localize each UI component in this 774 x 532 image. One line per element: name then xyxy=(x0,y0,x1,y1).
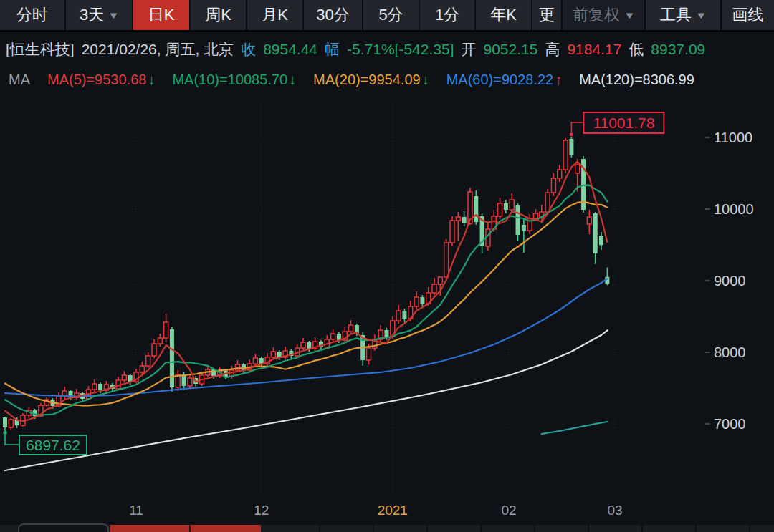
candle xyxy=(188,374,192,388)
candle xyxy=(21,413,25,427)
min-price-label: 6897.62 xyxy=(26,437,80,453)
candle xyxy=(301,338,305,350)
ma-legend-item-0: MA xyxy=(9,72,30,88)
x-axis-label-2021: 2021 xyxy=(378,498,408,523)
tools-menu[interactable]: 工具▼ xyxy=(646,0,720,30)
max-connector xyxy=(571,122,583,132)
y-axis-label: 8000 xyxy=(714,344,746,360)
candle xyxy=(498,198,502,219)
y-axis-label: 11000 xyxy=(714,130,752,145)
bottom-strip-divider xyxy=(695,525,697,532)
candle xyxy=(92,379,97,392)
tab-yearly-k[interactable]: 年K xyxy=(476,0,531,30)
adjust-mode-select-label: 前复权 xyxy=(573,4,620,26)
candle xyxy=(176,370,180,391)
tab-intraday[interactable]: 分时 xyxy=(0,0,64,30)
tab-intraday-label: 分时 xyxy=(16,4,48,26)
candle xyxy=(3,417,7,431)
candle xyxy=(283,347,287,359)
bottom-strip-divider xyxy=(749,525,750,532)
tab-3day[interactable]: 3天▼ xyxy=(66,0,132,30)
period-toolbar: 分时3天▼日K周K月K30分5分1分年K更前复权▼工具▼画线 xyxy=(0,0,774,32)
bottom-red-segment-1[interactable] xyxy=(191,525,261,532)
candle xyxy=(158,334,162,347)
ma-legend-item-2: MA(10)=10085.70↓ xyxy=(172,72,296,88)
kline-chart-svg[interactable]: 110001000090008000700011001.786897.62 xyxy=(0,93,774,498)
candle xyxy=(9,418,13,430)
bottom-strip-divider xyxy=(373,525,374,532)
bottom-strip-divider xyxy=(588,525,589,532)
bottom-tab[interactable] xyxy=(18,523,109,532)
tab-daily-k[interactable]: 日K xyxy=(133,0,189,30)
tab-yearly-k-label: 年K xyxy=(490,4,517,26)
candle xyxy=(146,352,150,368)
candle xyxy=(343,327,347,342)
quote-field-4: 幅 xyxy=(325,39,340,59)
quote-field-5: -5.71%[-542.35] xyxy=(347,41,454,58)
quote-field-9: 9184.17 xyxy=(567,41,621,58)
candle xyxy=(122,371,126,382)
candle xyxy=(265,353,269,366)
ma-legend-item-5: MA(120)=8306.99 xyxy=(579,72,694,88)
tab-3day-label: 3天 xyxy=(80,4,104,26)
tab-5min[interactable]: 5分 xyxy=(363,0,419,30)
candle xyxy=(563,138,568,173)
candle xyxy=(605,268,609,286)
x-axis-label-12: 12 xyxy=(254,498,269,523)
candle xyxy=(253,354,257,366)
bottom-strip-divider xyxy=(319,525,320,532)
ma-legend-text: MA xyxy=(9,72,30,88)
ma-legend: MAMA(5)=9530.68↓MA(10)=10085.70↓MA(20)=9… xyxy=(0,66,774,93)
candle xyxy=(396,305,401,324)
bottom-red-segment-0[interactable] xyxy=(110,525,189,532)
ma-legend-text: MA(120)=8306.99 xyxy=(579,72,694,88)
candle xyxy=(170,327,174,392)
min-price-marker xyxy=(3,431,6,435)
quote-field-0: [恒生科技] xyxy=(6,39,75,59)
candle xyxy=(456,212,460,241)
tab-monthly-k-label: 月K xyxy=(262,4,288,26)
tab-more-label: 更 xyxy=(539,4,555,26)
tab-monthly-k[interactable]: 月K xyxy=(247,0,302,30)
quote-field-6: 开 xyxy=(461,39,476,59)
candle xyxy=(402,309,406,322)
chevron-down-icon: ▼ xyxy=(624,10,636,21)
adjust-mode-select[interactable]: 前复权▼ xyxy=(563,0,644,30)
bottom-strip-divider xyxy=(426,525,428,532)
arrow-down-icon: ↓ xyxy=(422,72,429,88)
tab-30min[interactable]: 30分 xyxy=(304,0,362,30)
tab-1min[interactable]: 1分 xyxy=(420,0,474,30)
bottom-strip-divider xyxy=(480,525,482,532)
quote-field-10: 低 xyxy=(629,39,644,59)
candle xyxy=(104,381,108,392)
bottom-strip-divider xyxy=(534,525,535,532)
kline-chart[interactable]: 110001000090008000700011001.786897.62 xyxy=(0,93,774,498)
chevron-down-icon: ▼ xyxy=(108,10,120,21)
candle xyxy=(587,210,591,234)
quote-field-11: 8937.09 xyxy=(651,41,705,58)
candle xyxy=(569,137,573,158)
tab-weekly-k[interactable]: 周K xyxy=(191,0,246,30)
candle xyxy=(152,339,156,358)
candle xyxy=(235,360,239,372)
candle xyxy=(349,320,353,334)
candle xyxy=(140,362,144,374)
candle xyxy=(331,329,335,342)
ma-legend-text: MA(60)=9028.22 xyxy=(446,72,554,88)
candle xyxy=(558,165,562,182)
tab-more[interactable]: 更 xyxy=(532,0,561,30)
y-axis-label: 9000 xyxy=(714,273,746,289)
candle xyxy=(373,334,377,351)
bottom-strip-divider xyxy=(641,525,643,532)
candle xyxy=(462,211,467,226)
x-axis-label-11: 11 xyxy=(129,498,143,523)
tab-1min-label: 1分 xyxy=(435,4,459,26)
tab-5min-label: 5分 xyxy=(378,4,403,26)
candle xyxy=(414,291,419,309)
ma-legend-text: MA(20)=9954.09 xyxy=(313,72,421,88)
tab-daily-k-label: 日K xyxy=(148,4,175,26)
x-axis: 111220210203 xyxy=(0,498,774,523)
quote-field-3: 8954.44 xyxy=(263,41,317,58)
draw-line-button[interactable]: 画线 xyxy=(722,0,774,30)
chevron-down-icon: ▼ xyxy=(695,10,707,21)
